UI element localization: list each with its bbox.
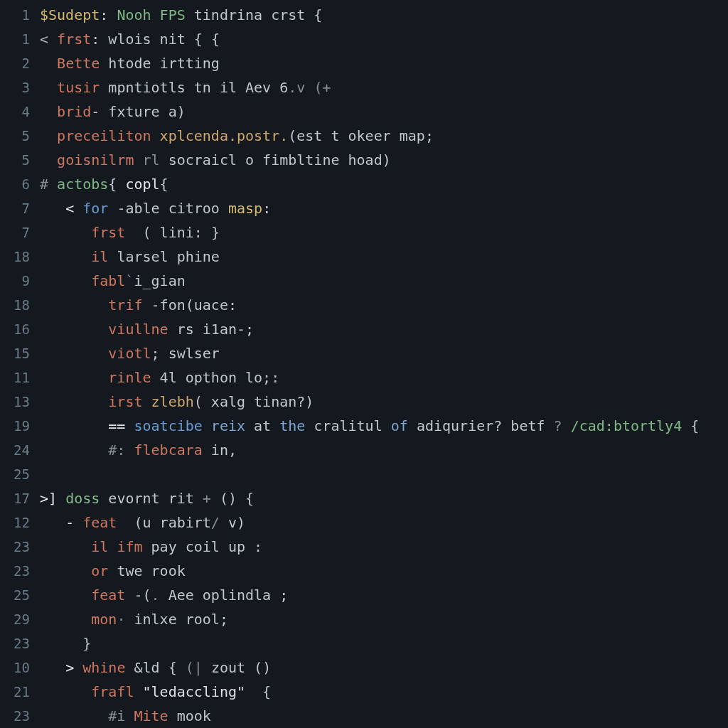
token: -( bbox=[134, 587, 151, 604]
token: tindrina bbox=[194, 6, 262, 23]
token: okeer bbox=[339, 127, 390, 144]
code-line[interactable]: tusir mpntiotls tn il Aev 6.v (+ bbox=[40, 75, 728, 100]
token: $Sudept bbox=[40, 6, 100, 23]
token: Nooh bbox=[117, 6, 151, 23]
token: : bbox=[194, 224, 211, 241]
token: betf bbox=[510, 417, 545, 434]
token: feat bbox=[82, 514, 117, 531]
code-line[interactable]: il ifm pay coil up : bbox=[40, 535, 728, 559]
token: twe bbox=[117, 562, 142, 579]
code-line[interactable]: == soatcibe reix at the cralitul of adiq… bbox=[40, 414, 728, 438]
token bbox=[143, 296, 151, 314]
code-line[interactable]: rinle 4l opthon lo;: bbox=[40, 365, 728, 390]
token: rit bbox=[168, 490, 194, 507]
token bbox=[545, 417, 554, 434]
token: ( bbox=[143, 224, 151, 241]
token: { bbox=[160, 659, 186, 676]
token bbox=[408, 417, 417, 434]
code-editor[interactable]: 1123455677189181615111319242517122323252… bbox=[0, 0, 728, 728]
token: : bbox=[100, 6, 117, 23]
token: -able bbox=[117, 200, 159, 217]
line-number: 23 bbox=[0, 535, 30, 559]
code-line[interactable]: irst zlebh( xalg tinan?) bbox=[40, 390, 728, 414]
token: ` bbox=[125, 272, 134, 289]
token: -; bbox=[237, 321, 254, 338]
code-line[interactable] bbox=[40, 462, 728, 486]
token: >] bbox=[40, 490, 57, 507]
code-line[interactable]: #: flebcara in, bbox=[40, 438, 728, 462]
token: zout bbox=[211, 659, 245, 676]
token bbox=[125, 417, 134, 434]
token bbox=[220, 200, 228, 217]
token: tinan bbox=[254, 393, 296, 410]
token: 4l bbox=[160, 369, 177, 386]
token: { bbox=[690, 417, 699, 434]
code-line[interactable]: viullne rs i1an-; bbox=[40, 317, 728, 341]
token: &ld bbox=[134, 659, 159, 676]
token: viotl bbox=[108, 345, 151, 362]
token bbox=[151, 127, 160, 144]
code-line[interactable]: il larsel phine bbox=[40, 245, 728, 269]
token: phine bbox=[177, 248, 220, 265]
code-line[interactable]: $Sudept: Nooh FPS tindrina crst { bbox=[40, 3, 728, 27]
code-line[interactable]: >] doss evornt rit + () { bbox=[40, 486, 728, 510]
code-line[interactable]: preceiliton xplcenda.postr.(est t okeer … bbox=[40, 124, 728, 148]
code-line[interactable]: - feat (u rabirt/ v) bbox=[40, 510, 728, 535]
token: oplindla bbox=[203, 587, 271, 604]
token: i_gian bbox=[134, 272, 185, 289]
token: hoad bbox=[348, 151, 382, 168]
token: · bbox=[117, 611, 134, 628]
code-line[interactable]: trif -fon(uace: bbox=[40, 293, 728, 317]
line-number: 18 bbox=[0, 293, 30, 317]
line-number: 1 bbox=[0, 3, 30, 27]
token: frst bbox=[91, 224, 125, 241]
token: ifm bbox=[117, 538, 142, 555]
code-line[interactable]: < for -able citroo masp: bbox=[40, 196, 728, 220]
token bbox=[305, 417, 314, 434]
token: lini bbox=[160, 224, 194, 241]
token: evornt bbox=[108, 490, 159, 507]
code-line[interactable]: brid- fxture a) bbox=[40, 100, 728, 124]
token bbox=[57, 490, 65, 507]
token: tusir bbox=[57, 79, 100, 96]
line-number: 1 bbox=[0, 27, 30, 51]
code-line[interactable]: < frst: wlois nit { { bbox=[40, 27, 728, 51]
line-number: 25 bbox=[0, 583, 30, 607]
code-line[interactable]: fabl`i_gian bbox=[40, 269, 728, 293]
token: il bbox=[91, 248, 108, 265]
token: { bbox=[108, 176, 117, 193]
code-line[interactable]: frst ( lini: } bbox=[40, 220, 728, 245]
code-line[interactable]: or twe rook bbox=[40, 559, 728, 583]
line-number: 23 bbox=[0, 631, 30, 655]
token: a) bbox=[160, 103, 186, 120]
code-line[interactable]: } bbox=[40, 631, 728, 655]
code-line[interactable]: # actobs{ copl{ bbox=[40, 172, 728, 196]
code-line[interactable]: > whine &ld { (| zout () bbox=[40, 655, 728, 680]
code-line[interactable]: mon· inlxe rool; bbox=[40, 607, 728, 631]
token bbox=[108, 562, 117, 579]
token bbox=[143, 562, 151, 579]
token: ;: bbox=[262, 369, 279, 386]
token bbox=[143, 538, 151, 555]
token: wlois bbox=[108, 31, 151, 48]
token: est bbox=[296, 127, 322, 144]
code-line[interactable]: #i Mite mook bbox=[40, 704, 728, 728]
token: nit bbox=[151, 31, 194, 48]
code-line[interactable]: viotl; swlser bbox=[40, 341, 728, 365]
token: feat bbox=[91, 587, 125, 604]
line-number: 4 bbox=[0, 100, 30, 124]
code-line[interactable]: Bette htode irtting bbox=[40, 51, 728, 75]
code-line[interactable]: frafl "ledaccling" { bbox=[40, 680, 728, 704]
code-line[interactable]: feat -(. Aee oplindla ; bbox=[40, 583, 728, 607]
token: pay bbox=[151, 538, 177, 555]
code-line[interactable]: goisnilrm rl socraicl o fimbltine hoad) bbox=[40, 148, 728, 172]
token bbox=[100, 490, 108, 507]
token bbox=[48, 31, 57, 48]
token: cralitul bbox=[314, 417, 382, 434]
token bbox=[151, 224, 160, 241]
token: doss bbox=[65, 490, 100, 507]
token: uace bbox=[194, 296, 228, 314]
code-area[interactable]: $Sudept: Nooh FPS tindrina crst {< frst:… bbox=[36, 3, 728, 728]
token bbox=[117, 176, 125, 193]
token: fabl bbox=[91, 272, 125, 289]
